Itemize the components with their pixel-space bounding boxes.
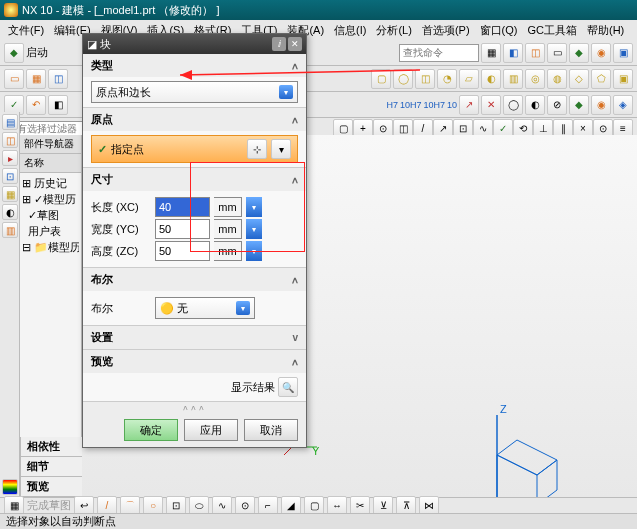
nav-title: 部件导航器 (20, 135, 81, 154)
window-title: NX 10 - 建模 - [_model1.prt （修改的） ] (22, 3, 219, 18)
tool-c11[interactable]: ◈ (613, 95, 633, 115)
tool-b10[interactable]: ▥ (503, 69, 523, 89)
nav-col: 名称 (20, 154, 81, 173)
rail-color-icon[interactable] (2, 479, 18, 495)
menu-gc[interactable]: GC工具箱 (523, 21, 581, 40)
tool-c10[interactable]: ◉ (591, 95, 611, 115)
sect-prev[interactable]: 预览 (91, 354, 113, 369)
apply-button[interactable]: 应用 (184, 419, 238, 441)
tool-b12[interactable]: ◍ (547, 69, 567, 89)
dialog-help-icon[interactable]: ⅈ (272, 37, 286, 51)
dialog-titlebar[interactable]: ◪ 块 ⅈ✕ (83, 34, 306, 54)
tool-b3[interactable]: ◫ (48, 69, 68, 89)
tree-item[interactable]: ✓草图 (22, 207, 79, 223)
tool-b15[interactable]: ▣ (613, 69, 633, 89)
dialog-grip[interactable]: ʌʌʌ (83, 402, 306, 413)
tool-c7[interactable]: ◐ (525, 95, 545, 115)
chevron-down-icon[interactable]: v (292, 332, 298, 343)
app-logo-icon (4, 3, 18, 17)
svg-marker-6 (497, 440, 557, 475)
chevron-up-icon[interactable]: ʌ (292, 274, 298, 285)
rail-3-icon[interactable]: ▸ (2, 150, 18, 166)
tool-a1[interactable]: ▦ (481, 43, 501, 63)
launch-icon[interactable]: ◆ (4, 43, 24, 63)
chevron-up-icon[interactable]: ʌ (292, 356, 298, 367)
tool-c5[interactable]: ✕ (481, 95, 501, 115)
svg-line-7 (537, 460, 557, 475)
dialog-icon: ◪ (87, 38, 97, 50)
tool-a3[interactable]: ◫ (525, 43, 545, 63)
tool-c3[interactable]: ◧ (48, 95, 68, 115)
ok-button[interactable]: 确定 (124, 419, 178, 441)
tool-c9[interactable]: ◆ (569, 95, 589, 115)
tool-b7[interactable]: ◔ (437, 69, 457, 89)
menu-file[interactable]: 文件(F) (4, 21, 48, 40)
tree-item[interactable]: ⊞ 历史记 (22, 175, 79, 191)
rail-nav-icon[interactable]: ▤ (2, 114, 18, 130)
magnifier-icon[interactable]: 🔍 (278, 377, 298, 397)
launch-button[interactable]: 启动 (26, 45, 48, 60)
yc-label: 宽度 (YC) (91, 222, 151, 237)
tool-a4[interactable]: ▭ (547, 43, 567, 63)
tool-c4[interactable]: ↗ (459, 95, 479, 115)
cancel-button[interactable]: 取消 (244, 419, 298, 441)
xc-label: 长度 (XC) (91, 200, 151, 215)
menu-prefs[interactable]: 首选项(P) (418, 21, 474, 40)
chevron-down-icon: ▾ (236, 301, 250, 315)
bool-label: 布尔 (91, 301, 151, 316)
menu-analysis[interactable]: 分析(L) (372, 21, 415, 40)
point-picker-icon: ⊹ (247, 139, 267, 159)
tool-c2[interactable]: ↶ (26, 95, 46, 115)
tool-b14[interactable]: ⬠ (591, 69, 611, 89)
dialog-close-icon[interactable]: ✕ (288, 37, 302, 51)
rail-7-icon[interactable]: ▥ (2, 222, 18, 238)
tool-c8[interactable]: ⊘ (547, 95, 567, 115)
tool-a7[interactable]: ▣ (613, 43, 633, 63)
sect-bool: 布尔 (91, 272, 113, 287)
menu-help[interactable]: 帮助(H) (583, 21, 628, 40)
rail-2-icon[interactable]: ◫ (2, 132, 18, 148)
tool-a2[interactable]: ◧ (503, 43, 523, 63)
tool-b11[interactable]: ◎ (525, 69, 545, 89)
tool-a5[interactable]: ◆ (569, 43, 589, 63)
status-bar: 选择对象以自动判断点 (0, 513, 637, 529)
rail-6-icon[interactable]: ◐ (2, 204, 18, 220)
command-search-input[interactable] (399, 44, 479, 62)
tool-a6[interactable]: ◉ (591, 43, 611, 63)
sketch-toolbar: ▦ 完成草图 ↩/ ⌒○ ⊡⬭ ∿⊙ ⌐◢ ▢↔ ✂⊻ ⊼⋈ (0, 497, 637, 513)
tool-b2[interactable]: ▦ (26, 69, 46, 89)
gdt-3[interactable]: 10H7 (423, 100, 445, 110)
sketch-finish-label[interactable]: 完成草图 (27, 498, 71, 513)
chevron-up-icon[interactable]: ʌ (292, 114, 298, 125)
gdt-1[interactable]: H7 (386, 100, 398, 110)
tree-item[interactable]: ⊟ 📁模型历 (22, 239, 79, 255)
rail-5-icon[interactable]: ▦ (2, 186, 18, 202)
tree-item[interactable]: ⊞ ✓模型历 (22, 191, 79, 207)
title-bar: NX 10 - 建模 - [_model1.prt （修改的） ] (0, 0, 637, 20)
tool-b9[interactable]: ◐ (481, 69, 501, 89)
tool-b8[interactable]: ▱ (459, 69, 479, 89)
gdt-4[interactable]: 10 (447, 100, 457, 110)
sect-dim: 尺寸 (91, 172, 113, 187)
tool-c6[interactable]: ◯ (503, 95, 523, 115)
tree-item[interactable]: 用户表 (22, 223, 79, 239)
menu-window[interactable]: 窗口(Q) (476, 21, 522, 40)
tool-b5[interactable]: ◯ (393, 69, 413, 89)
tool-b4[interactable]: ▢ (371, 69, 391, 89)
dialog-title: 块 (100, 38, 111, 50)
origin-point-button[interactable]: ✓指定点⊹▾ (91, 135, 298, 163)
type-combo[interactable]: 原点和边长▾ (91, 81, 298, 103)
svg-text:Y: Y (312, 445, 320, 457)
chevron-up-icon[interactable]: ʌ (292, 60, 298, 71)
tool-b1[interactable]: ▭ (4, 69, 24, 89)
sect-set[interactable]: 设置 (91, 330, 113, 345)
gdt-2[interactable]: 10H7 (400, 100, 422, 110)
rail-4-icon[interactable]: ⊡ (2, 168, 18, 184)
bool-combo[interactable]: 🟡 无▾ (155, 297, 255, 319)
show-result-label: 显示结果 (231, 381, 275, 393)
tool-b6[interactable]: ◫ (415, 69, 435, 89)
point-menu-icon: ▾ (271, 139, 291, 159)
left-rail: ▤ ◫ ▸ ⊡ ▦ ◐ ▥ (0, 112, 20, 497)
menu-info[interactable]: 信息(I) (330, 21, 370, 40)
tool-b13[interactable]: ◇ (569, 69, 589, 89)
